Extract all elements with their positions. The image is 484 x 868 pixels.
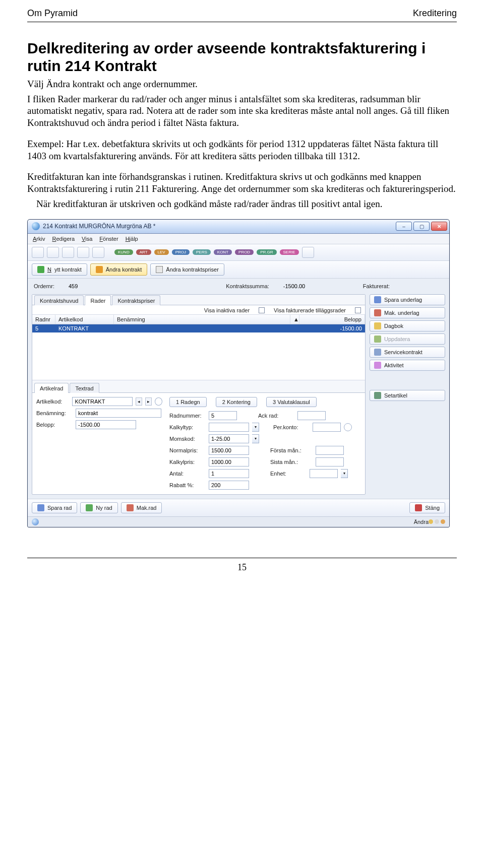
kalkyltyp-dropdown-icon[interactable]: ▾ bbox=[252, 423, 259, 432]
check-icon bbox=[374, 336, 381, 343]
tool-new-doc-icon[interactable] bbox=[32, 247, 44, 258]
paragraph-3: Exempel: Har t.ex. debetfaktura skrivits… bbox=[27, 138, 457, 162]
tab-artikelrad[interactable]: Artikelrad bbox=[34, 383, 69, 393]
pill-art[interactable]: ART bbox=[136, 249, 151, 255]
menu-redigera[interactable]: Redigera bbox=[52, 236, 75, 242]
pill-prod[interactable]: PROD bbox=[235, 249, 254, 255]
grid-row-selected[interactable]: 5 KONTRAKT -1500.00 bbox=[32, 324, 365, 332]
tab-kontraktshuvud[interactable]: Kontraktshuvud bbox=[34, 295, 84, 305]
mak-underlag-button[interactable]: Mak. underlag bbox=[370, 307, 445, 318]
rabatt-input[interactable] bbox=[209, 481, 249, 490]
pill-serie[interactable]: SERIE bbox=[280, 249, 299, 255]
stang-button[interactable]: Stäng bbox=[409, 502, 445, 513]
col-belopp[interactable]: Belopp bbox=[299, 315, 365, 324]
col-benamning[interactable]: Benämning bbox=[114, 315, 290, 324]
tab-rader[interactable]: Rader bbox=[85, 295, 111, 305]
tool-delete-icon[interactable] bbox=[92, 247, 104, 258]
enhet-dropdown-icon[interactable]: ▾ bbox=[341, 469, 348, 478]
status-mode-label: Ändra bbox=[414, 519, 429, 525]
col-sort-indicator-icon[interactable]: ▲ bbox=[290, 315, 299, 324]
delete-icon bbox=[127, 504, 134, 511]
col-radnr[interactable]: Radnr bbox=[32, 315, 55, 324]
ackrad-input[interactable] bbox=[297, 411, 326, 420]
menu-arkiv[interactable]: Arkiv bbox=[33, 236, 45, 242]
seg-valutaklausul[interactable]: 3 Valutaklausul bbox=[266, 397, 317, 407]
normalpris-input[interactable] bbox=[209, 446, 249, 455]
save-icon bbox=[37, 504, 44, 511]
pill-kund[interactable]: KUND bbox=[114, 249, 133, 255]
tab-kontraktspriser[interactable]: Kontraktspriser bbox=[112, 295, 160, 305]
save-icon bbox=[374, 296, 381, 303]
minimize-button[interactable]: – bbox=[396, 222, 412, 231]
antal-label: Antal: bbox=[169, 471, 206, 477]
uppdatera-button: Uppdatera bbox=[370, 333, 445, 345]
fakturerat-label: Fakturerat: bbox=[363, 283, 390, 289]
doc-title: Delkreditering av order avseende kontrak… bbox=[27, 39, 457, 75]
seg-kontering[interactable]: 2 Kontering bbox=[216, 397, 257, 407]
plus-icon bbox=[37, 266, 44, 273]
servicekontrakt-button[interactable]: Servicekontrakt bbox=[370, 347, 445, 358]
pill-lev[interactable]: LEV bbox=[154, 249, 169, 255]
wrench-icon bbox=[374, 349, 381, 356]
perkonto-search-icon[interactable] bbox=[344, 423, 352, 431]
visa-inaktiva-checkbox[interactable] bbox=[259, 307, 265, 313]
spara-rad-button[interactable]: Spara rad bbox=[32, 502, 77, 513]
pill-prgr[interactable]: PR.GR bbox=[257, 249, 276, 255]
enhet-input[interactable] bbox=[310, 469, 338, 478]
fakturerat-value bbox=[403, 283, 443, 290]
tool-notes-icon[interactable] bbox=[302, 247, 314, 258]
andra-kontraktspriser-button[interactable]: Ändra kontraktspriser bbox=[150, 263, 224, 276]
nytt-kontrakt-button[interactable]: Nytt kontrakt bbox=[32, 263, 87, 276]
pill-pers[interactable]: PERS bbox=[193, 249, 211, 255]
tool-user-icon[interactable] bbox=[47, 247, 59, 258]
artikelkod-label: Artikelkod: bbox=[36, 398, 69, 405]
kalkyltyp-input[interactable] bbox=[209, 423, 249, 432]
visa-tillagg-checkbox[interactable] bbox=[355, 307, 361, 313]
setartikel-button[interactable]: Setartikel bbox=[370, 390, 445, 401]
prev-article-icon[interactable]: ◂ bbox=[136, 397, 142, 406]
cell-benamning bbox=[114, 324, 290, 332]
bottom-toolbar: Spara rad Ny rad Mak.rad Stäng bbox=[28, 499, 449, 516]
momskod-input[interactable] bbox=[209, 434, 249, 443]
menu-visa[interactable]: Visa bbox=[82, 236, 92, 242]
seg-radegn[interactable]: 1 Radegn bbox=[169, 397, 207, 407]
spara-underlag-button[interactable]: Spara underlag bbox=[370, 294, 445, 305]
col-artikelkod[interactable]: Artikelkod bbox=[55, 315, 114, 324]
article-search-icon[interactable] bbox=[155, 397, 162, 406]
next-article-icon[interactable]: ▸ bbox=[145, 397, 152, 406]
aktivitet-button[interactable]: Aktivitet bbox=[370, 360, 445, 371]
andra-kontrakt-button[interactable]: Ändra kontrakt bbox=[90, 263, 148, 276]
perkonto-label: Per.konto: bbox=[273, 424, 310, 430]
close-button[interactable]: ✕ bbox=[431, 222, 447, 231]
status-info-icon bbox=[32, 518, 39, 525]
tab-textrad[interactable]: Textrad bbox=[70, 383, 99, 393]
menu-hjalp[interactable]: Hjälp bbox=[126, 236, 138, 242]
benamning-input[interactable] bbox=[76, 409, 161, 418]
artikelkod-input[interactable] bbox=[72, 397, 133, 406]
tool-edit-icon[interactable] bbox=[77, 247, 89, 258]
grid-body[interactable]: 5 KONTRAKT -1500.00 bbox=[32, 324, 365, 380]
pill-kont[interactable]: KONT bbox=[214, 249, 232, 255]
right-side-panel: Spara underlag Mak. underlag Dagbok Uppd… bbox=[370, 294, 445, 495]
kalkylpris-input[interactable] bbox=[209, 457, 249, 466]
mode-toolbar: Nytt kontrakt Ändra kontrakt Ändra kontr… bbox=[28, 261, 449, 279]
radnummer-input[interactable] bbox=[209, 411, 237, 420]
menu-fonster[interactable]: Fönster bbox=[99, 236, 118, 242]
kontraktssumma-value bbox=[282, 283, 323, 290]
maximize-button[interactable]: ▢ bbox=[413, 222, 430, 231]
running-header: Om Pyramid Kreditering bbox=[27, 8, 457, 19]
dagbok-button[interactable]: Dagbok bbox=[370, 320, 445, 331]
forstaman-input[interactable] bbox=[316, 446, 344, 455]
perkonto-input[interactable] bbox=[313, 423, 341, 432]
titlebar: 214 Kontrakt MURGRÖNA Murgröna AB * – ▢ … bbox=[28, 220, 449, 234]
sistaman-input[interactable] bbox=[316, 457, 344, 466]
ny-rad-button[interactable]: Ny rad bbox=[80, 502, 117, 513]
tool-refresh-icon[interactable] bbox=[62, 247, 74, 258]
paragraph-1: Välj Ändra kontrakt och ange ordernummer… bbox=[27, 78, 457, 90]
belopp-input[interactable] bbox=[76, 420, 136, 429]
mak-rad-button[interactable]: Mak.rad bbox=[121, 502, 162, 513]
pill-proj[interactable]: PROJ bbox=[172, 249, 190, 255]
momskod-dropdown-icon[interactable]: ▾ bbox=[252, 434, 259, 443]
antal-input[interactable] bbox=[209, 469, 249, 478]
kalkylpris-label: Kalkylpris: bbox=[169, 459, 206, 465]
